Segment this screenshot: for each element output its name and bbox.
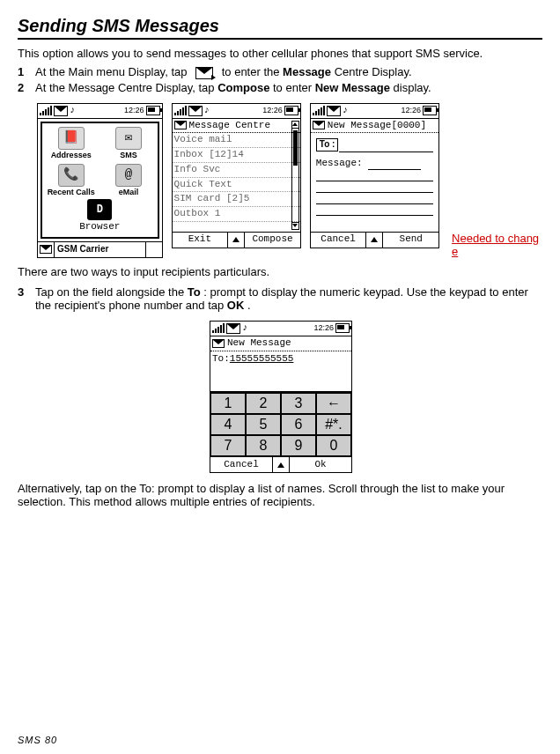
new-message-screen: ♪ 12:26 New Message[0000] To : Message: — [310, 103, 439, 248]
screenshots-row: ♪ 12:26 📕 Addresses ✉ SMS 📞 Recent Calls — [37, 103, 542, 258]
signal-icon — [212, 323, 225, 333]
music-icon: ♪ — [70, 105, 76, 117]
envelope-icon — [327, 106, 341, 116]
to-field[interactable]: To:15555555555 — [210, 351, 351, 367]
browser-icon: D — [87, 199, 112, 220]
send-button[interactable]: Send — [383, 233, 438, 246]
step-bold: Compose — [217, 81, 269, 94]
step-text: At the Main menu Display, tap to enter t… — [35, 65, 542, 79]
key-6[interactable]: 6 — [281, 414, 316, 435]
numeric-keypad: 1 2 3 ← 4 5 6 #*. 7 8 9 0 — [210, 391, 351, 456]
step-number: 3 — [18, 285, 35, 312]
key-0[interactable]: 0 — [316, 435, 351, 456]
scroll-up-icon[interactable] — [292, 122, 298, 129]
list-item-quicktext[interactable]: Quick Text — [173, 178, 300, 193]
exit-button[interactable]: Exit — [173, 233, 228, 246]
cancel-button[interactable]: Cancel — [311, 233, 366, 246]
message-input-line[interactable] — [316, 181, 433, 193]
keypad-screen: ♪ 12:26 New Message To:15555555555 1 2 3… — [210, 321, 352, 474]
clock-text: 12:26 — [402, 106, 422, 115]
message-label-text: Message: — [316, 158, 363, 168]
key-1[interactable]: 1 — [210, 393, 246, 414]
key-9[interactable]: 9 — [281, 435, 316, 456]
ok-button[interactable]: Ok — [290, 459, 351, 471]
key-3[interactable]: 3 — [281, 393, 316, 414]
scroll-thumb[interactable] — [293, 130, 298, 166]
list-item-simcard[interactable]: SIM card [2]5 — [173, 192, 300, 207]
envelope-icon — [54, 106, 68, 116]
music-icon: ♪ — [242, 322, 248, 335]
home-browser[interactable]: D Browser — [46, 199, 154, 233]
step-number: 1 — [18, 65, 35, 79]
soft-button-bar: Exit Compose — [173, 232, 300, 248]
battery-icon — [284, 106, 298, 115]
step-fragment: At the Main menu Display, tap — [35, 65, 187, 78]
step-fragment: At the Message Centre Display, tap — [35, 81, 217, 94]
scroll-down-icon[interactable] — [292, 222, 298, 229]
home-sms[interactable]: ✉ SMS — [103, 127, 153, 160]
signal-icon — [174, 106, 187, 115]
message-label: Message: — [316, 158, 433, 170]
page-title: Sending SMS Messages — [18, 16, 542, 40]
signal-icon — [40, 106, 52, 115]
browser-label: Browser — [46, 221, 154, 233]
home-recent-calls[interactable]: 📞 Recent Calls — [46, 164, 96, 197]
soft-button-bar: Cancel Send — [311, 232, 438, 248]
status-bar: ♪ 12:26 — [173, 104, 300, 119]
home-email[interactable]: @ eMail — [103, 164, 153, 197]
key-5[interactable]: 5 — [246, 414, 281, 435]
list-item-inbox[interactable]: Inbox [12]14 — [173, 148, 300, 163]
music-icon: ♪ — [204, 105, 210, 117]
cancel-button[interactable]: Cancel — [210, 459, 272, 471]
to-prefix: To: — [212, 353, 230, 364]
up-arrow-button[interactable] — [272, 457, 290, 472]
screen-title-row: Message Centre — [173, 119, 300, 134]
envelope-icon — [174, 121, 187, 129]
list-item-infosvc[interactable]: Info Svc — [173, 163, 300, 178]
key-2[interactable]: 2 — [246, 393, 281, 414]
key-8[interactable]: 8 — [246, 435, 281, 456]
screen-title-row: New Message — [210, 336, 351, 351]
step-fragment: Tap on the field alongside the — [35, 285, 188, 299]
list-item-voicemail[interactable]: Voice mail — [173, 133, 300, 148]
step-fragment: Centre Display. — [335, 65, 412, 78]
home-addresses[interactable]: 📕 Addresses — [46, 127, 96, 160]
up-arrow-button[interactable] — [227, 233, 245, 248]
scrollbar[interactable] — [291, 121, 299, 230]
step-fragment: . — [247, 299, 251, 312]
soft-button-bar: Cancel Ok — [210, 456, 351, 472]
up-arrow-button[interactable] — [365, 233, 383, 248]
home-screen: ♪ 12:26 📕 Addresses ✉ SMS 📞 Recent Calls — [37, 103, 163, 258]
list-item-outbox[interactable]: Outbox 1 — [173, 207, 300, 222]
screen-title-row: New Message[0000] — [311, 119, 438, 134]
message-input-line[interactable] — [316, 170, 433, 181]
clock-text: 12:26 — [262, 106, 283, 115]
email-icon: @ — [115, 164, 142, 187]
key-backspace[interactable]: ← — [316, 393, 351, 414]
key-7[interactable]: 7 — [210, 435, 246, 456]
alternative-text: Alternatively, tap on the To: prompt to … — [18, 482, 542, 508]
recent-calls-label: Recent Calls — [46, 188, 96, 197]
step-bold: To — [188, 285, 201, 299]
carrier-label: GSM Carrier — [55, 244, 145, 255]
step-bold: Message — [283, 65, 331, 78]
to-prompt[interactable]: To : — [316, 138, 339, 152]
footer-envelope-icon[interactable] — [38, 242, 55, 257]
sms-compose-icon — [195, 67, 213, 79]
clock-text: 12:26 — [313, 323, 334, 333]
compose-button[interactable]: Compose — [245, 233, 300, 246]
message-input-line[interactable] — [316, 193, 433, 204]
battery-icon — [335, 323, 350, 333]
step-text: At the Message Centre Display, tap Compo… — [35, 81, 542, 94]
to-input-line[interactable] — [339, 143, 433, 152]
envelope-icon — [226, 323, 240, 334]
message-input-line[interactable] — [316, 204, 433, 216]
intro-text: This option allows you to send messages … — [18, 47, 542, 60]
editor-note: Needed to chang e — [452, 232, 542, 258]
key-4[interactable]: 4 — [210, 414, 246, 435]
steps-list: 1 At the Main menu Display, tap to enter… — [18, 65, 542, 94]
key-symbols[interactable]: #*. — [316, 414, 351, 435]
music-icon: ♪ — [343, 105, 349, 117]
message-input-line[interactable] — [368, 159, 421, 170]
footer-spacer — [145, 242, 162, 257]
